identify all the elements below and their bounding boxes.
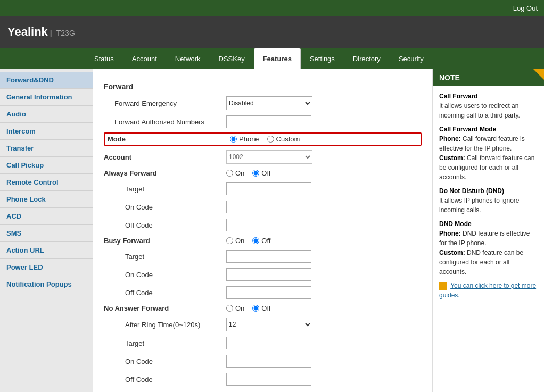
busy-forward-on[interactable]: On xyxy=(226,237,244,245)
no-answer-off[interactable]: Off xyxy=(252,304,270,312)
nav-item-settings[interactable]: Settings xyxy=(301,48,344,69)
sidebar-item-intercom[interactable]: Intercom xyxy=(0,123,93,140)
busy-forward-label: Busy Forward xyxy=(104,237,226,245)
sidebar-item-power-led[interactable]: Power LED xyxy=(0,259,93,276)
dnd-mode-custom-label: Custom: xyxy=(439,249,465,256)
mode-radio-group: Phone Custom xyxy=(230,135,300,143)
forward-emergency-row: Forward Emergency Disabled Enabled xyxy=(104,95,422,111)
sidebar-item-forward-dnd[interactable]: Forward&DND xyxy=(0,72,93,89)
nav-item-dsskey[interactable]: DSSKey xyxy=(210,48,254,69)
nav-item-directory[interactable]: Directory xyxy=(344,48,390,69)
no-answer-off-radio[interactable] xyxy=(252,305,259,312)
always-forward-onoff: On Off xyxy=(226,169,270,177)
no-answer-offcode-input[interactable] xyxy=(226,373,311,386)
busy-oncode-label: On Code xyxy=(104,271,226,279)
busy-offcode-row: Off Code xyxy=(104,285,422,300)
call-forward-title: Call Forward xyxy=(439,93,478,100)
busy-forward-on-radio[interactable] xyxy=(226,237,233,244)
no-answer-target-label: Target xyxy=(104,339,226,347)
dnd-title: Do Not Disturb (DND) xyxy=(439,187,504,195)
busy-forward-off[interactable]: Off xyxy=(252,237,270,245)
no-answer-onoff: On Off xyxy=(226,304,270,312)
sidebar-item-acd[interactable]: ACD xyxy=(0,208,93,225)
forward-authorized-row: Forward Authorized Numbers xyxy=(104,114,422,129)
cfm-phone-label: Phone: xyxy=(439,135,461,143)
busy-offcode-label: Off Code xyxy=(104,289,226,297)
after-ring-row: After Ring Time(0~120s) 12 0 30 60 90 12… xyxy=(104,316,422,332)
top-bar: Log Out xyxy=(0,0,544,16)
no-answer-on-radio[interactable] xyxy=(226,305,233,312)
always-offcode-label: Off Code xyxy=(104,221,226,229)
always-forward-off[interactable]: Off xyxy=(252,169,270,177)
always-forward-off-radio[interactable] xyxy=(252,170,259,177)
after-ring-select[interactable]: 12 0 30 60 90 120 xyxy=(226,318,312,331)
mode-phone-radio[interactable] xyxy=(230,136,237,143)
no-answer-on[interactable]: On xyxy=(226,304,244,312)
main-content: Forward Forward Emergency Disabled Enabl… xyxy=(93,69,432,392)
no-answer-forward-label: No Answer Forward xyxy=(104,304,226,312)
nav-bar: StatusAccountNetworkDSSKeyFeaturesSettin… xyxy=(0,48,544,69)
note-body: Call Forward It allows users to redirect… xyxy=(433,86,544,310)
sidebar-item-remote-control[interactable]: Remote Control xyxy=(0,174,93,191)
always-oncode-input[interactable] xyxy=(226,201,311,213)
nav-item-network[interactable]: Network xyxy=(166,48,210,69)
always-offcode-row: Off Code xyxy=(104,218,422,232)
no-answer-oncode-input[interactable] xyxy=(226,355,311,368)
call-forward-mode-title: Call Forward Mode xyxy=(439,126,496,133)
account-row: Account 1002 xyxy=(104,149,422,165)
busy-oncode-input[interactable] xyxy=(226,268,311,281)
always-offcode-input[interactable] xyxy=(226,219,311,231)
busy-target-label: Target xyxy=(104,253,226,261)
no-answer-target-row: Target xyxy=(104,336,422,351)
cfm-custom-label: Custom: xyxy=(439,154,465,162)
busy-offcode-input[interactable] xyxy=(226,286,311,299)
dnd-text: It allows IP phones to ignore incoming c… xyxy=(439,197,520,214)
mode-custom-radio[interactable] xyxy=(267,136,274,143)
always-forward-on-radio[interactable] xyxy=(226,170,233,177)
account-label: Account xyxy=(104,153,226,161)
brand-name: Yealink xyxy=(7,25,48,38)
always-oncode-row: On Code xyxy=(104,199,422,214)
forward-emergency-select[interactable]: Disabled Enabled xyxy=(226,96,312,110)
logout-button[interactable]: Log Out xyxy=(513,4,538,12)
sidebar-item-transfer[interactable]: Transfer xyxy=(0,140,93,157)
sidebar-item-notification-popups[interactable]: Notification Popups xyxy=(0,276,93,293)
nav-item-features[interactable]: Features xyxy=(254,48,301,70)
account-select: 1002 xyxy=(226,150,312,164)
forward-authorized-input[interactable] xyxy=(226,115,311,128)
no-answer-oncode-label: On Code xyxy=(104,357,226,365)
after-ring-label: After Ring Time(0~120s) xyxy=(104,321,226,329)
nav-item-status[interactable]: Status xyxy=(85,48,123,69)
mode-custom-label: Custom xyxy=(276,135,300,143)
mode-phone-option[interactable]: Phone xyxy=(230,135,259,143)
busy-target-row: Target xyxy=(104,249,422,264)
divider: | xyxy=(50,29,52,37)
model-name: T23G xyxy=(56,29,75,37)
always-forward-on[interactable]: On xyxy=(226,169,244,177)
no-answer-target-input[interactable] xyxy=(226,337,311,349)
mode-custom-option[interactable]: Custom xyxy=(267,135,300,143)
guide-link[interactable]: You can click here to get more guides. xyxy=(439,282,536,299)
always-target-input[interactable] xyxy=(226,182,311,195)
sidebar-item-call-pickup[interactable]: Call Pickup xyxy=(0,157,93,174)
always-oncode-label: On Code xyxy=(104,203,226,211)
sidebar-item-audio[interactable]: Audio xyxy=(0,106,93,123)
note-panel: NOTE Call Forward It allows users to red… xyxy=(432,69,544,392)
busy-forward-off-radio[interactable] xyxy=(252,237,259,244)
note-header: NOTE xyxy=(433,69,544,86)
no-answer-offcode-label: Off Code xyxy=(104,376,226,383)
sidebar-item-action-url[interactable]: Action URL xyxy=(0,242,93,259)
nav-item-account[interactable]: Account xyxy=(123,48,166,69)
always-forward-label: Always Forward xyxy=(104,169,226,177)
logo: Yealink|T23G xyxy=(5,25,75,39)
sidebar-item-sms[interactable]: SMS xyxy=(0,225,93,242)
nav-item-security[interactable]: Security xyxy=(390,48,433,69)
always-target-row: Target xyxy=(104,181,422,196)
busy-oncode-row: On Code xyxy=(104,267,422,282)
sidebar-item-phone-lock[interactable]: Phone Lock xyxy=(0,191,93,208)
header: Yealink|T23G xyxy=(0,16,544,48)
busy-target-input[interactable] xyxy=(226,250,311,263)
mode-row: Mode Phone Custom xyxy=(104,132,422,146)
sidebar: Forward&DNDGeneral InformationAudioInter… xyxy=(0,69,93,392)
sidebar-item-general-info[interactable]: General Information xyxy=(0,89,93,106)
